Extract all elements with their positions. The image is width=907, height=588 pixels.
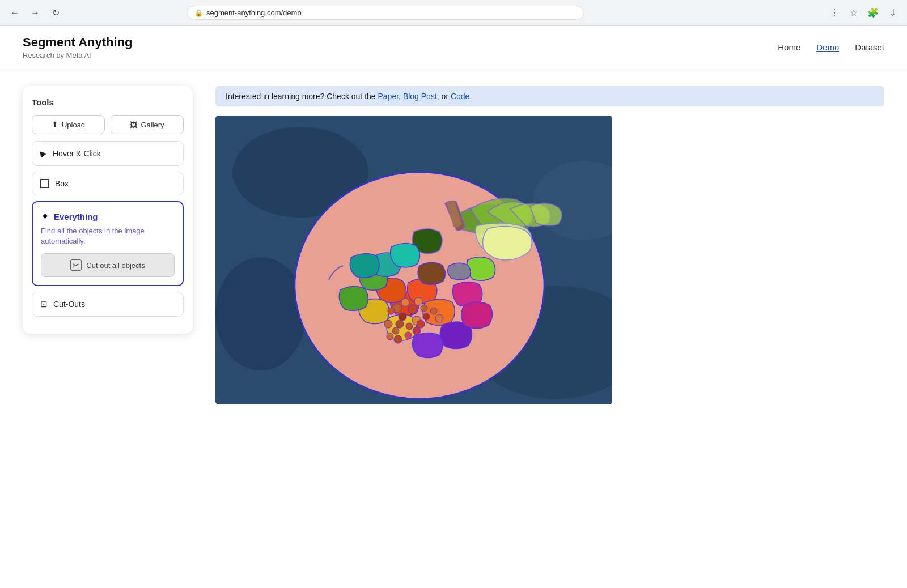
paper-link[interactable]: Paper	[378, 92, 399, 101]
svg-point-9	[408, 305, 417, 314]
browser-actions: ⋮ ☆ 🧩 ⇓	[827, 5, 900, 21]
svg-point-15	[406, 323, 413, 330]
cut-out-button[interactable]: ✂ Cut out all objects	[41, 253, 175, 277]
demo-image	[215, 116, 612, 404]
main-content: Tools ⬆ Upload 🖼 Gallery ▶ Hover & Click	[0, 69, 907, 421]
svg-point-17	[384, 320, 392, 328]
svg-point-21	[430, 308, 437, 314]
right-area: Interested in learning more? Check out t…	[215, 86, 884, 404]
cut-out-label: Cut out all objects	[86, 261, 145, 270]
tools-title: Tools	[32, 97, 184, 107]
svg-point-26	[413, 327, 421, 335]
site-nav: Home Demo Dataset	[778, 42, 884, 52]
blog-link[interactable]: Blog Post	[403, 92, 437, 101]
upload-label: Upload	[62, 121, 85, 129]
svg-point-13	[421, 305, 427, 312]
left-panel: Tools ⬆ Upload 🖼 Gallery ▶ Hover & Click	[23, 86, 193, 404]
cutouts-tool[interactable]: ⊡ Cut-Outs	[32, 292, 184, 317]
lock-icon: 🔒	[194, 9, 203, 17]
cutouts-label: Cut-Outs	[53, 300, 85, 309]
comma1: ,	[399, 92, 401, 101]
info-banner: Interested in learning more? Check out t…	[215, 86, 884, 106]
svg-point-12	[414, 297, 422, 305]
upload-icon: ⬆	[52, 120, 58, 129]
browser-chrome: ← → ↻ 🔒 segment-anything.com/demo ⋮ ☆ 🧩 …	[0, 0, 907, 26]
nav-demo[interactable]: Demo	[816, 42, 839, 52]
segmentation-canvas	[215, 116, 612, 404]
hover-click-tool[interactable]: ▶ Hover & Click	[32, 141, 184, 166]
nav-home[interactable]: Home	[778, 42, 800, 52]
url-text: segment-anything.com/demo	[206, 8, 302, 17]
everything-label: Everything	[54, 212, 98, 221]
period: .	[469, 92, 472, 101]
gallery-icon: 🖼	[130, 121, 137, 129]
everything-tool[interactable]: ✦ Everything Find all the objects in the…	[32, 201, 184, 286]
cutouts-icon: ⊡	[40, 299, 48, 309]
page-wrapper: Segment Anything Research by Meta AI Hom…	[0, 26, 907, 588]
svg-point-19	[423, 313, 430, 320]
cursor-icon: ▶	[40, 148, 48, 159]
box-label: Box	[55, 179, 69, 188]
svg-point-10	[399, 313, 406, 321]
cutout-icon: ✂	[70, 259, 82, 271]
svg-point-11	[388, 308, 395, 314]
box-icon	[40, 179, 49, 188]
svg-point-23	[387, 333, 393, 340]
refresh-button[interactable]: ↻	[48, 5, 63, 21]
gallery-button[interactable]: 🖼 Gallery	[111, 115, 184, 134]
forward-button[interactable]: →	[27, 5, 43, 21]
svg-point-25	[405, 332, 412, 339]
nav-dataset[interactable]: Dataset	[855, 42, 884, 52]
info-text-before: Interested in learning more? Check out t…	[226, 92, 376, 101]
svg-point-14	[396, 320, 404, 328]
address-bar[interactable]: 🔒 segment-anything.com/demo	[187, 6, 584, 20]
code-link[interactable]: Code	[451, 92, 469, 101]
tools-card: Tools ⬆ Upload 🖼 Gallery ▶ Hover & Click	[23, 86, 193, 334]
site-header: Segment Anything Research by Meta AI Hom…	[0, 26, 907, 69]
box-tool[interactable]: Box	[32, 172, 184, 195]
extensions-button[interactable]: 🧩	[865, 5, 881, 21]
everything-desc: Find all the objects in the image automa…	[41, 226, 175, 246]
sparkle-icon: ✦	[41, 210, 49, 223]
everything-header: ✦ Everything	[41, 210, 175, 223]
svg-point-24	[394, 335, 402, 343]
svg-point-4	[215, 257, 306, 370]
bookmark-button[interactable]: ☆	[846, 5, 862, 21]
upload-row: ⬆ Upload 🖼 Gallery	[32, 115, 184, 134]
back-button[interactable]: ←	[7, 5, 23, 21]
logo-title: Segment Anything	[23, 35, 133, 50]
gallery-label: Gallery	[141, 121, 164, 129]
logo-subtitle: Research by Meta AI	[23, 51, 133, 59]
hover-click-label: Hover & Click	[53, 149, 101, 158]
svg-point-22	[435, 314, 443, 322]
share-button[interactable]: ⋮	[827, 5, 842, 21]
upload-button[interactable]: ⬆ Upload	[32, 115, 105, 134]
download-button[interactable]: ⇓	[884, 5, 900, 21]
site-logo: Segment Anything Research by Meta AI	[23, 35, 133, 59]
svg-point-8	[401, 299, 409, 306]
svg-point-18	[392, 327, 399, 334]
or-text: , or	[437, 92, 448, 101]
